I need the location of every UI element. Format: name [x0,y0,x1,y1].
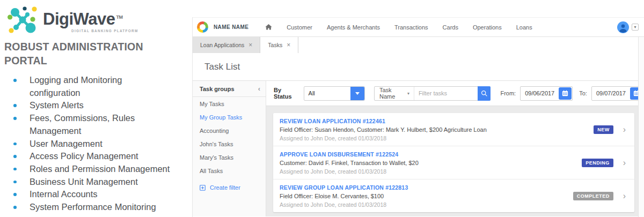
task-list-panel: By Status All Task Name ▾ [266,81,644,216]
tab-loan-applications[interactable]: Loan Applications× [193,37,260,53]
close-icon[interactable]: × [248,41,252,49]
status-badge: NEW [594,125,613,134]
main-nav: Customer Agents & Merchants Transactions… [287,24,532,31]
sidebar-item-all-tasks[interactable]: All Tasks [193,164,266,177]
page: DigiWaveTM DIGITAL BANKING PLATFORM ROBU… [0,0,644,217]
dropdown-button[interactable] [350,87,364,100]
status-select-value: All [304,87,350,100]
task-meta: Assigned to John Doe, created 01/03/2018 [280,135,594,141]
feature-item: Business Unit Management [4,176,172,189]
brand-logo: DigiWaveTM DIGITAL BANKING PLATFORM [8,5,138,34]
page-header: Task List [193,53,644,81]
status-badge: COMPLETED [573,192,613,200]
task-detail: Field Officer: Eloise M. Cervantes, $100 [280,193,573,199]
brand-wordmark: DigiWaveTM [43,8,138,28]
feature-item: Fees, Commissions, Rules Management [4,112,172,137]
search-icon [481,90,488,97]
sidebar-item-marys-tasks[interactable]: Mary's Tasks [193,151,266,164]
collapse-sidebar-icon[interactable]: ‹ [258,86,260,96]
search-button[interactable] [478,86,491,101]
chevron-right-icon[interactable]: › [623,192,626,200]
chevron-right-icon[interactable]: › [623,159,626,167]
app-logo-icon [197,21,208,33]
account-menu-button[interactable]: ▾ [632,24,639,31]
tab-tasks[interactable]: Tasks× [260,37,298,53]
feature-item: Internal Accounts [4,188,172,201]
sidebar-item-my-tasks[interactable]: My Tasks [193,97,266,110]
nav-item-operations[interactable]: Operations [473,24,502,31]
plus-square-icon [200,185,206,191]
nav-item-agents-merchants[interactable]: Agents & Merchants [327,24,380,31]
digiwave-logo-icon [8,5,39,34]
task-meta: Assigned to John Doe, created 01/03/2018 [280,201,573,208]
nav-item-customer[interactable]: Customer [287,24,312,31]
task-search-group: Task Name ▾ [374,86,491,101]
page-heading: Task List [193,53,644,72]
user-name: NAME NAME [214,24,248,30]
tab-label: Tasks [268,42,282,48]
close-icon[interactable]: × [287,41,290,49]
task-row[interactable]: REVIEW GROUP LOAN APPLICATION #122813 Fi… [273,179,634,212]
nav-item-loans[interactable]: Loans [516,24,532,31]
task-title-link[interactable]: APPROVE LOAN DISBURSEMENT #122524 [280,151,582,158]
task-row[interactable]: REVIEW LOAN APPLICATION #122461 Field Of… [273,113,634,146]
app-screenshot: NAME NAME Customer Agents & Merchants Tr… [192,17,644,217]
calendar-button[interactable] [559,87,572,100]
user-avatar[interactable] [617,21,629,33]
task-meta: Assigned to John Doe, created 01/03/2018 [280,168,582,175]
nav-item-cards[interactable]: Cards [443,24,458,31]
create-filter-label: Create filter [210,184,240,191]
nav-item-transactions[interactable]: Transactions [394,24,428,31]
top-navbar: NAME NAME Customer Agents & Merchants Tr… [193,18,644,37]
create-filter-button[interactable]: Create filter [193,181,266,194]
chevron-down-icon: ▾ [407,91,409,96]
task-title-link[interactable]: REVIEW LOAN APPLICATION #122461 [280,118,594,124]
sidebar-item-my-group-tasks[interactable]: My Group Tasks [193,110,266,124]
task-title-link[interactable]: REVIEW GROUP LOAN APPLICATION #122813 [280,184,573,191]
tab-strip: Loan Applications× Tasks× [193,37,644,53]
feature-item: Logging and Monitoring configuration [4,74,172,99]
sidebar-header: Task groups ‹ [193,81,266,97]
tab-label: Loan Applications [200,42,244,48]
task-detail: Customer: David F. Finkel, Transaction t… [280,160,582,166]
calendar-icon [562,90,568,96]
task-row[interactable]: APPROVE LOAN DISBURSEMENT #122524 Custom… [273,146,634,179]
home-icon[interactable] [265,23,273,31]
feature-item: Access Policy Management [4,150,172,163]
filter-tasks-input[interactable] [414,90,478,96]
feature-item: System Alerts [4,99,172,112]
to-date-input[interactable]: 09/07/2017 [591,86,644,101]
brand-panel: DigiWaveTM DIGITAL BANKING PLATFORM ROBU… [0,0,192,217]
chevron-right-icon[interactable]: › [623,125,626,134]
sidebar-title: Task groups [200,86,235,96]
task-groups-sidebar: Task groups ‹ My Tasks My Group Tasks Ac… [193,81,266,216]
from-date-value: 09/06/2017 [521,90,559,96]
feature-item: Roles and Permission Management [4,163,172,176]
from-label: From: [500,90,516,96]
brand-tagline: DIGITAL BANKING PLATFORM [71,29,138,33]
chevron-down-icon [355,92,360,95]
feature-item: User Management [4,138,172,151]
from-date-input[interactable]: 09/06/2017 [520,86,573,101]
status-select[interactable]: All [304,86,365,101]
trademark-symbol: TM [116,14,122,20]
sidebar-item-accounting[interactable]: Accounting [193,124,266,137]
filter-bar: By Status All Task Name ▾ [266,81,644,106]
task-detail: Field Officer: Susan Hendon, Customer: M… [280,126,594,133]
task-name-label: Task Name [379,87,404,100]
scrollbar-gutter[interactable] [638,37,644,217]
feature-list: Logging and Monitoring configuration Sys… [4,74,172,214]
sidebar-item-johns-tasks[interactable]: John's Tasks [193,137,266,151]
by-status-label: By Status [274,87,299,100]
status-badge: PENDING [582,159,613,167]
task-name-select[interactable]: Task Name ▾ [375,87,414,100]
to-label: To: [579,90,587,96]
to-date-value: 09/07/2017 [592,90,630,96]
task-list-card: REVIEW LOAN APPLICATION #122461 Field Of… [273,113,634,212]
marketing-heading: ROBUST ADMINISTRATION PORTAL [4,40,187,68]
chevron-down-icon: ▾ [634,25,636,29]
feature-item: System Performance Monitoring [4,201,172,214]
